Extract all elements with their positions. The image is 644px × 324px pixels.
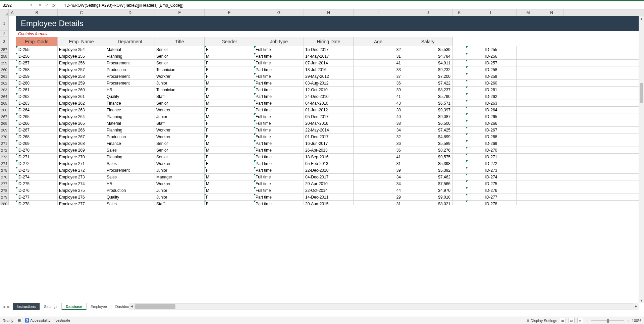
accept-icon[interactable]: ✓ [45, 3, 49, 8]
fx-icon[interactable]: fx [52, 3, 55, 8]
formula-input[interactable]: ="ID-"&ROW(Settings!A293)-ROW(Table2[[#H… [59, 2, 637, 9]
chevron-down-icon[interactable]: ▼ [30, 4, 33, 7]
name-box[interactable]: B292 ▼ [1, 2, 34, 9]
formula-bar-buttons: ✕ ✓ fx [34, 3, 59, 8]
cancel-icon[interactable]: ✕ [38, 3, 42, 8]
name-box-value: B292 [2, 3, 12, 8]
formula-expand-icon[interactable]: ⌄ [637, 3, 644, 7]
formula-bar: B292 ▼ ✕ ✓ fx ="ID-"&ROW(Settings!A293)-… [0, 1, 644, 9]
